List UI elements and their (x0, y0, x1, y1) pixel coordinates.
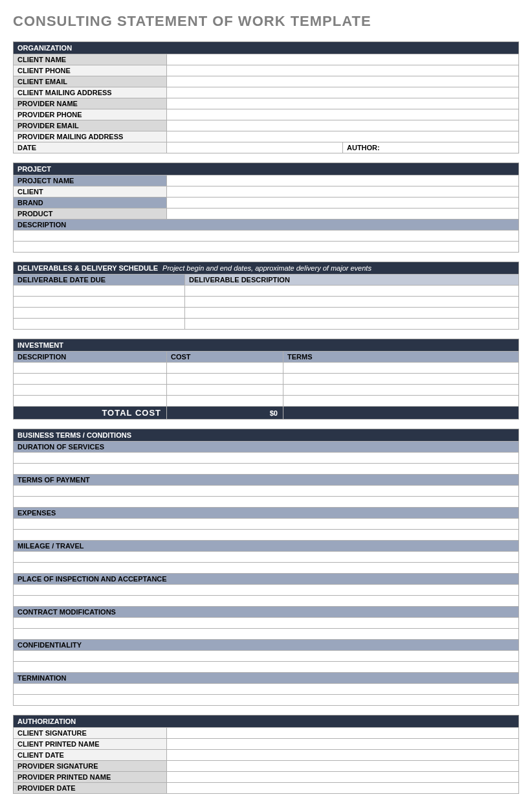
date-label: DATE (14, 142, 167, 153)
deliverables-header: DELIVERABLES & DELIVERY SCHEDULE Project… (13, 262, 519, 274)
auth-label: CLIENT SIGNATURE (14, 728, 167, 739)
term-value[interactable] (14, 497, 519, 508)
inv-desc-cell[interactable] (14, 396, 167, 407)
project-value[interactable] (167, 186, 519, 197)
deliverable-desc-cell[interactable] (185, 308, 519, 319)
term-value[interactable] (14, 552, 519, 563)
term-value[interactable] (14, 585, 519, 596)
term-value[interactable] (14, 486, 519, 497)
authorization-table: CLIENT SIGNATURECLIENT PRINTED NAMECLIEN… (13, 727, 519, 794)
terms-header: BUSINESS TERMS / CONDITIONS (13, 429, 519, 441)
inv-desc-cell[interactable] (14, 385, 167, 396)
organization-section: ORGANIZATION CLIENT NAMECLIENT PHONECLIE… (13, 41, 519, 153)
deliverables-subtitle: Project begin and end dates, approximate… (162, 264, 371, 272)
inv-terms-cell[interactable] (283, 385, 519, 396)
org-label: PROVIDER MAILING ADDRESS (14, 131, 167, 142)
org-label: PROVIDER NAME (14, 98, 167, 109)
deliverable-date-header: DELIVERABLE DATE DUE (14, 275, 185, 286)
org-label: PROVIDER PHONE (14, 109, 167, 120)
description-label: DESCRIPTION (14, 220, 519, 231)
org-value[interactable] (167, 98, 519, 109)
auth-value[interactable] (167, 750, 519, 761)
authorization-header: AUTHORIZATION (13, 715, 519, 727)
project-value[interactable] (167, 197, 519, 209)
inv-cost-header: COST (167, 352, 283, 363)
project-label: PROJECT NAME (14, 175, 167, 186)
term-value[interactable] (14, 695, 519, 706)
deliverable-date-cell[interactable] (14, 308, 185, 319)
inv-terms-cell[interactable] (283, 374, 519, 385)
org-value[interactable] (167, 120, 519, 131)
term-label: MILEAGE / TRAVEL (14, 541, 519, 552)
inv-cost-cell[interactable] (167, 363, 283, 374)
term-value[interactable] (14, 453, 519, 464)
auth-value[interactable] (167, 739, 519, 750)
description-cell[interactable] (14, 231, 519, 242)
org-label: PROVIDER EMAIL (14, 120, 167, 131)
org-value[interactable] (167, 65, 519, 76)
term-value[interactable] (14, 684, 519, 695)
project-value[interactable] (167, 209, 519, 220)
deliverables-header-text: DELIVERABLES & DELIVERY SCHEDULE (17, 264, 158, 272)
term-label: EXPENSES (14, 508, 519, 519)
auth-value[interactable] (167, 761, 519, 772)
deliverable-desc-cell[interactable] (185, 286, 519, 297)
inv-terms-header: TERMS (283, 352, 519, 363)
org-value[interactable] (167, 131, 519, 142)
org-value[interactable] (167, 54, 519, 65)
inv-desc-cell[interactable] (14, 374, 167, 385)
inv-desc-cell[interactable] (14, 363, 167, 374)
deliverable-date-cell[interactable] (14, 286, 185, 297)
total-terms-cell (283, 407, 519, 420)
term-value[interactable] (14, 651, 519, 662)
term-label: CONFIDENTIALITY (14, 640, 519, 651)
term-value[interactable] (14, 629, 519, 640)
date-value[interactable] (167, 142, 343, 153)
investment-table: DESCRIPTION COST TERMS TOTAL COST $0 (13, 351, 519, 420)
term-label: CONTRACT MODIFICATIONS (14, 607, 519, 618)
project-header: PROJECT (13, 163, 519, 175)
term-label: TERMS OF PAYMENT (14, 475, 519, 486)
auth-value[interactable] (167, 783, 519, 794)
deliverable-date-cell[interactable] (14, 319, 185, 330)
project-value[interactable] (167, 175, 519, 186)
deliverable-date-cell[interactable] (14, 297, 185, 308)
org-label: CLIENT PHONE (14, 65, 167, 76)
org-value[interactable] (167, 87, 519, 98)
total-cost-value: $0 (167, 407, 283, 420)
auth-label: CLIENT PRINTED NAME (14, 739, 167, 750)
inv-cost-cell[interactable] (167, 374, 283, 385)
auth-label: CLIENT DATE (14, 750, 167, 761)
org-label: CLIENT MAILING ADDRESS (14, 87, 167, 98)
investment-header: INVESTMENT (13, 339, 519, 351)
terms-table: DURATION OF SERVICESTERMS OF PAYMENTEXPE… (13, 441, 519, 706)
inv-cost-cell[interactable] (167, 396, 283, 407)
inv-desc-header: DESCRIPTION (14, 352, 167, 363)
deliverable-desc-cell[interactable] (185, 319, 519, 330)
inv-cost-cell[interactable] (167, 385, 283, 396)
org-label: CLIENT NAME (14, 54, 167, 65)
term-label: PLACE OF INSPECTION AND ACCEPTANCE (14, 574, 519, 585)
term-value[interactable] (14, 464, 519, 475)
org-value[interactable] (167, 76, 519, 87)
inv-terms-cell[interactable] (283, 363, 519, 374)
term-value[interactable] (14, 530, 519, 541)
term-value[interactable] (14, 596, 519, 607)
term-value[interactable] (14, 519, 519, 530)
organization-header: ORGANIZATION (13, 41, 519, 54)
term-value[interactable] (14, 662, 519, 673)
deliverables-section: DELIVERABLES & DELIVERY SCHEDULE Project… (13, 262, 519, 330)
auth-label: PROVIDER SIGNATURE (14, 761, 167, 772)
org-value[interactable] (167, 109, 519, 120)
auth-label: PROVIDER PRINTED NAME (14, 772, 167, 783)
term-value[interactable] (14, 618, 519, 629)
term-value[interactable] (14, 563, 519, 574)
inv-terms-cell[interactable] (283, 396, 519, 407)
organization-table: CLIENT NAMECLIENT PHONECLIENT EMAILCLIEN… (13, 54, 519, 153)
auth-value[interactable] (167, 772, 519, 783)
authorization-section: AUTHORIZATION CLIENT SIGNATURECLIENT PRI… (13, 715, 519, 794)
description-cell[interactable] (14, 242, 519, 253)
auth-value[interactable] (167, 728, 519, 739)
author-label: AUTHOR: (343, 142, 519, 153)
deliverable-desc-cell[interactable] (185, 297, 519, 308)
